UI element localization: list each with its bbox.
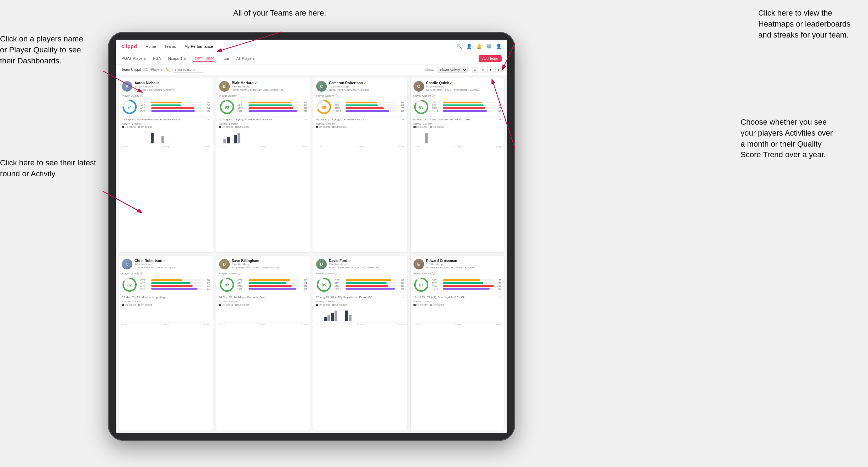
stat-label: APP [335,282,344,284]
player-name[interactable]: Chris Robertson ✔ [135,259,210,263]
player-handicap: 11:15 Handicap [135,85,210,88]
player-handicap: 1-5 Handicap [135,263,210,266]
filter-input[interactable] [172,67,204,73]
quality-circle-svg[interactable]: 74 [122,99,137,115]
player-name[interactable]: Cameron Robertson ✔ [329,81,404,85]
chart-dates: 31 Jul 21 Aug 4 Sep [316,323,404,325]
nav-home[interactable]: Home [145,44,156,49]
latest-round[interactable]: 02 Sep 23 | Sunrise round to get back in… [122,116,210,121]
tab-tour[interactable]: Tour [222,56,229,61]
svg-text:68: 68 [322,105,326,109]
search-icon[interactable]: 🔍 [456,44,462,49]
stat-bar [151,104,181,106]
player-handicap: Plus Handicap [232,85,307,88]
grid-view-btn[interactable]: ⊞ [472,67,478,73]
round-arrow-icon: → [207,118,210,121]
latest-round[interactable]: 02 Jul 23 | 59 (+1), Craigmillar Park GC… [316,116,404,121]
chart-bar [227,137,230,143]
player-name[interactable]: Dave Billingham [232,259,307,263]
player-handicap: 11:15 Handicap [329,85,404,88]
nav-performance[interactable]: My Performance [184,44,213,49]
player-name[interactable]: Blair McHarg ✔ [232,81,307,85]
latest-round[interactable]: 03 Mar 23 | 19, Must make putting → [122,294,210,299]
show-select[interactable]: Player Activity [437,67,468,73]
quality-label: Player Quality ⓘ [122,272,210,275]
nav-teams[interactable]: Teams [165,44,176,49]
player-name[interactable]: Aaron Nicholls [135,81,210,85]
latest-round[interactable]: 26 Aug 23 | 84 (+12), Royal North Devon … [316,294,404,299]
quality-label: Player Quality ⓘ [413,272,502,275]
player-name[interactable]: Edward Crossman [426,259,502,263]
latest-round[interactable]: 07 Aug 23 | 77 (+7), St George's Hill GC… [413,116,502,121]
avatar-icon[interactable]: 👤 [496,44,502,49]
chart-bar [327,315,330,321]
show-label: Show: [425,68,434,72]
settings-icon[interactable]: ⚙️ [486,44,492,49]
activity-label: Activity · 1 Month [122,300,210,303]
stat-bar [346,288,395,290]
round-arrow-icon: → [304,296,307,299]
stat-bar-bg [346,282,397,284]
quality-circle-svg[interactable]: 87 [219,277,235,292]
stat-bar [346,282,387,284]
latest-round[interactable]: 18 Jul 23 | 74 (+4), Sunningdale GC - Ol… [413,294,502,299]
latest-round[interactable]: 26 Aug 23 | 73 (+1), Royal North Devon G… [219,116,307,121]
stat-label: ARG [140,285,150,287]
stat-bar-bg [249,110,300,112]
tab-all-players[interactable]: All Players [236,56,255,61]
player-avatar: D [219,259,230,269]
sort-btn[interactable]: ↕ [495,67,502,73]
stat-label: OTT [432,279,442,281]
stat-bar [443,104,484,106]
player-card: C Chris Robertson ✔ 1-5 Handicap Craigmi… [119,256,213,431]
edit-icon[interactable]: ✏️ [165,68,170,72]
activity-label: Activity · 1 Month [219,123,307,125]
stat-bar [151,110,195,112]
stat-bar [443,110,487,112]
quality-circle-svg[interactable]: 68 [316,99,332,115]
player-club: Sunningdale Golf Club, United Kingdom [426,266,502,269]
latest-round[interactable]: 04 Sep 23 | Mobility with coach, Gym → [219,294,307,299]
quality-circle-svg[interactable]: 93 [219,99,235,115]
tabs-bar: PGAT Players PGA Hcaps 1-5 Team Clippd T… [116,53,507,64]
stat-value: 75 [398,107,404,109]
tab-hcaps[interactable]: Hcaps 1-5 [168,56,186,61]
user-icon[interactable]: 👤 [466,44,472,49]
stat-value: 89 [398,279,404,281]
stat-bar-bg [443,279,494,281]
player-handicap: Plus Handicap [232,263,307,266]
stat-bar-bg [151,102,202,103]
activity-legend: On course Off course [413,126,502,128]
player-avatar: B [219,81,230,92]
stats-list: OTT 84 APP 85 ARG 88 PUTT 95 [238,101,307,113]
quality-label: Player Quality ⓘ [122,94,210,98]
player-club: Craigmillar Park, United Kingdom [135,266,210,269]
player-name[interactable]: David Ford ✔ [329,259,404,263]
stat-label: ARG [335,107,344,109]
player-club: St. George's Hill GC - Weybridge - Surre… [426,88,502,91]
svg-text:74: 74 [127,105,132,109]
quality-circle-svg[interactable]: 82 [122,277,137,292]
stat-label: PUTT [238,287,247,290]
player-header: A Aaron Nicholls 11:15 Handicap Drift Go… [122,81,210,92]
filter-btn[interactable]: ▼ [487,67,494,73]
add-team-button[interactable]: Add Team [479,55,502,62]
activity-section: Activity · 1 Month On course Off course … [122,300,210,325]
tab-pga[interactable]: PGA [153,56,161,61]
annotation-click-round: Click here to see their latestround or A… [0,158,103,180]
stat-bar-bg [443,110,494,112]
player-name[interactable]: Charlie Quick ✔ [426,81,502,85]
player-avatar: A [122,81,132,92]
tab-team-clippd[interactable]: Team Clippd [193,56,215,62]
quality-section: 87 OTT 82 APP 74 ARG 85 PUTT [219,277,307,292]
quality-circle-svg[interactable]: 83 [413,99,429,115]
list-view-btn[interactable]: ≡ [480,67,486,73]
chart-bar [234,135,237,143]
quality-circle-svg[interactable]: 85 [316,277,332,292]
tab-pgat[interactable]: PGAT Players [121,56,146,61]
stat-bar-bg [249,279,300,281]
bell-icon[interactable]: 🔔 [476,44,482,49]
quality-section: 87 OTT 73 APP 79 ARG 103 PUTT [413,277,502,292]
stat-bar [249,107,293,109]
quality-circle-svg[interactable]: 87 [413,277,429,292]
